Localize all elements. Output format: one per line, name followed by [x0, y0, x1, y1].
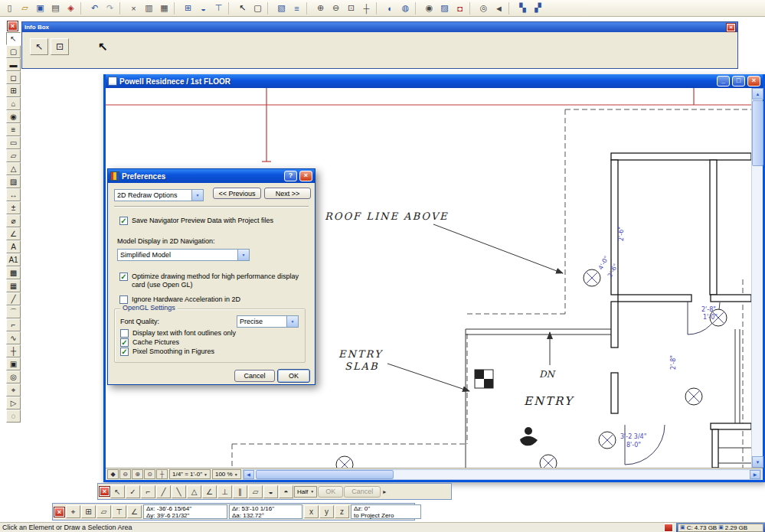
snap-point-a-icon[interactable]: ◒ — [263, 485, 278, 498]
zoom-selector[interactable]: 100 % ▼ — [212, 469, 241, 479]
parallel-icon[interactable]: ∥ — [233, 485, 247, 498]
perpendicular-icon[interactable]: ⊥ — [217, 485, 232, 498]
angle-dimension-tool-icon[interactable]: ∠ — [6, 227, 21, 240]
print-icon[interactable]: ▤ — [48, 2, 63, 15]
zoom-in-view-icon[interactable]: ⊕ — [132, 469, 143, 479]
mesh-tool-icon[interactable]: ▨ — [6, 175, 21, 188]
open-folder-icon[interactable]: ▱ — [18, 2, 32, 15]
offset-icon[interactable]: ▱ — [248, 485, 263, 498]
column-tool-icon[interactable]: ◉ — [6, 110, 21, 123]
pixel-smoothing-checkbox[interactable]: ✓ Pixel Smoothing in Figures — [120, 348, 214, 356]
gravity-icon[interactable]: ⊤ — [211, 2, 226, 15]
dimension-tool-icon[interactable]: ↔ — [6, 188, 21, 201]
skewed-grid-icon[interactable]: ▱ — [96, 505, 111, 518]
cut-icon[interactable]: × — [126, 2, 141, 15]
y-coordinate-icon[interactable]: y — [319, 505, 334, 518]
paste-icon[interactable]: ▦ — [157, 2, 172, 15]
text-tool-icon[interactable]: A — [6, 240, 21, 253]
marquee-tool-icon[interactable]: ▢ — [6, 45, 21, 58]
find-select-icon[interactable]: ◎ — [476, 2, 491, 15]
wall-tool-icon[interactable]: ▬ — [6, 58, 21, 71]
hotspot-tool-icon[interactable]: ┼ — [6, 344, 21, 357]
elevation-tool-icon[interactable]: ▷ — [6, 397, 21, 410]
delta-z-field[interactable]: Δz: 0" to Project Zero — [351, 504, 421, 519]
horizontal-scroll-thumb[interactable] — [256, 470, 394, 479]
save-navigator-preview-checkbox[interactable]: ✓ Save Navigator Preview Data with Proje… — [119, 217, 273, 225]
line-tool-icon[interactable]: ╱ — [6, 292, 21, 305]
scroll-left-icon[interactable]: ◀ — [244, 470, 254, 479]
redo-icon[interactable]: ↷ — [103, 2, 117, 15]
tile-windows-icon[interactable]: ▚ — [515, 2, 530, 15]
navigator-icon[interactable]: ◐ — [383, 2, 397, 15]
detail-tool-icon[interactable]: ◌ — [6, 410, 21, 423]
section-tool-icon[interactable]: ⌖ — [6, 383, 21, 397]
door-tool-icon[interactable]: ◻ — [6, 71, 21, 84]
scroll-down-icon[interactable]: ▼ — [752, 456, 763, 468]
info-box-close-button[interactable]: × — [727, 24, 735, 31]
pan-icon[interactable]: ┼ — [359, 2, 374, 15]
selection-method-button[interactable]: ↖ — [30, 38, 48, 55]
delta-ra-field[interactable]: Δr: 53'-10 1/16" Δa: 132.72° — [229, 504, 302, 519]
dialog-close-button[interactable]: × — [299, 171, 312, 181]
suspend-groups-icon[interactable]: ↖ — [110, 485, 125, 498]
info-box-titlebar[interactable]: Info Box × — [22, 22, 737, 32]
cancel-button[interactable]: Cancel — [234, 370, 275, 382]
undo-icon[interactable]: ↶ — [87, 2, 102, 15]
camera-tool-icon[interactable]: ◎ — [6, 370, 21, 383]
grid-switch-icon[interactable]: ⊞ — [81, 505, 96, 518]
publish-icon[interactable]: ◈ — [64, 2, 78, 15]
spline-tool-icon[interactable]: ∿ — [6, 331, 21, 344]
help-button[interactable]: ? — [284, 171, 297, 181]
window-tool-icon[interactable]: ⊞ — [6, 84, 21, 97]
save-icon[interactable]: ▣ — [33, 2, 47, 15]
zoom-in-icon[interactable]: ⊕ — [313, 2, 328, 15]
previous-zoom-icon[interactable]: ◄ — [492, 2, 506, 15]
toolbox-close-button[interactable]: × — [8, 21, 18, 31]
beam-tool-icon[interactable]: ▭ — [6, 136, 21, 149]
delta-constraint-icon[interactable]: △ — [187, 485, 201, 498]
layers-icon[interactable]: ▧ — [274, 2, 289, 15]
cascade-windows-icon[interactable]: ▞ — [531, 2, 545, 15]
expand-arrow-icon[interactable]: ▸ — [383, 488, 386, 495]
pencil-up-icon[interactable]: ╱ — [156, 485, 171, 498]
angle-constraint-icon[interactable]: ∠ — [202, 485, 217, 498]
minimize-button[interactable]: _ — [717, 76, 730, 86]
magnet-icon[interactable]: ◒ — [196, 2, 211, 15]
coordinate-box-close-button[interactable]: × — [54, 508, 64, 517]
control-box-close-button[interactable]: × — [100, 487, 110, 496]
movie-icon[interactable]: ◘ — [453, 2, 467, 15]
scale-selector[interactable]: 1/4" = 1'-0" ▼ — [169, 469, 211, 479]
optimize-drawing-checkbox[interactable]: ✓ Optimize drawing method for high perfo… — [119, 273, 307, 289]
previous-button[interactable]: << Previous — [213, 188, 261, 199]
font-quality-select[interactable]: Precise ▼ — [237, 315, 299, 328]
polar-coords-icon[interactable]: ∠ — [127, 505, 142, 518]
control-cancel-button[interactable]: Cancel — [344, 486, 381, 498]
pan-view-icon[interactable]: ┼ — [156, 469, 168, 479]
origin-icon[interactable]: ⌖ — [66, 505, 80, 518]
marquee-icon[interactable]: ▢ — [250, 2, 265, 15]
snap-point-b-icon[interactable]: ◓ — [279, 485, 293, 498]
tray-app-icon[interactable] — [664, 524, 673, 532]
roof-tool-icon[interactable]: △ — [6, 162, 21, 175]
label-tool-icon[interactable]: A1 — [6, 253, 21, 266]
arrow-tool-icon[interactable]: ↖ — [6, 32, 21, 45]
control-ok-button[interactable]: OK — [318, 486, 343, 498]
new-document-icon[interactable]: ▯ — [2, 2, 17, 15]
close-button[interactable]: × — [747, 76, 760, 86]
vertical-scrollbar[interactable]: ▲ ▼ — [751, 88, 763, 468]
gravity-snap-icon[interactable]: ⊤ — [112, 505, 126, 518]
z-coordinate-icon[interactable]: z — [335, 505, 349, 518]
image-icon[interactable]: ▨ — [437, 2, 452, 15]
arrow-icon[interactable]: ↖ — [235, 2, 250, 15]
stories-icon[interactable]: ≡ — [289, 2, 304, 15]
cancel-draw-icon[interactable]: ⌐ — [141, 485, 155, 498]
preferences-titlebar[interactable]: Preferences ? × — [108, 169, 315, 183]
fit-view-icon[interactable]: ⊙ — [144, 469, 155, 479]
level-dimension-tool-icon[interactable]: ± — [6, 201, 21, 214]
vertical-scroll-thumb[interactable] — [752, 100, 763, 166]
quick-selection-button[interactable]: ⊡ — [51, 38, 69, 55]
grid-snap-icon[interactable]: ⊞ — [181, 2, 195, 15]
arc-tool-icon[interactable]: ⌒ — [6, 305, 21, 318]
delta-xy-field[interactable]: Δx: -36'-6 15/64" Δy: 39'-6 21/32" — [143, 504, 227, 519]
ignore-hw-acceleration-checkbox[interactable]: Ignore Hardware Acceleration in 2D — [119, 295, 240, 304]
